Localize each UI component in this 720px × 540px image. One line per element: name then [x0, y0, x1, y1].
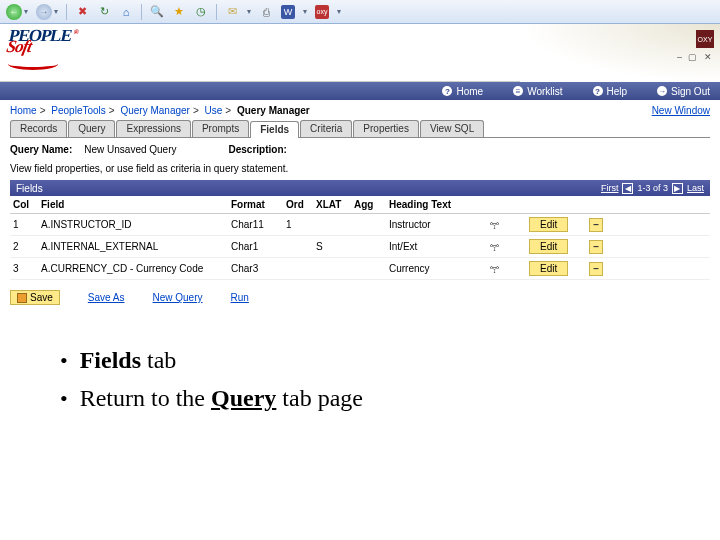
query-meta-row: Query Name: New Unsaved Query Descriptio…	[10, 138, 710, 161]
query-name-label: Query Name:	[10, 144, 72, 155]
tab-prompts[interactable]: Prompts	[192, 120, 249, 137]
grid-title: Fields	[16, 183, 43, 194]
save-button[interactable]: Save	[10, 290, 60, 305]
edit-button[interactable]: Edit	[529, 239, 568, 254]
edit-button[interactable]: Edit	[529, 261, 568, 276]
cell-col: 3	[10, 263, 38, 274]
col-head-xlat: XLAT	[313, 199, 351, 210]
crumb-current: Query Manager	[237, 105, 310, 116]
bullet-item: Return to the Query tab page	[60, 379, 690, 417]
cell-ord: 1	[283, 219, 313, 230]
stop-icon[interactable]: ✖	[75, 5, 89, 19]
table-row: 2 A.INTERNAL_EXTERNAL Char1 S Int/Ext 🝖 …	[10, 236, 710, 258]
remove-row-button[interactable]: –	[589, 240, 603, 254]
mail-icon[interactable]: ✉	[225, 5, 239, 19]
table-row: 3 A.CURRENCY_CD - Currency Code Char3 Cu…	[10, 258, 710, 280]
arrow-right-icon: →	[36, 4, 52, 20]
bullet-text: Return to the	[80, 385, 211, 411]
history-icon[interactable]: ◷	[194, 5, 208, 19]
cell-heading: Currency	[386, 263, 486, 274]
arrow-left-icon: ←	[6, 4, 22, 20]
back-button[interactable]: ←▾	[6, 4, 28, 20]
search-icon[interactable]: 🔍	[150, 5, 164, 19]
chevron-down-icon: ▾	[24, 7, 28, 16]
saveas-link[interactable]: Save As	[88, 292, 125, 303]
disk-icon	[17, 293, 27, 303]
action-row: Save Save As New Query Run	[10, 280, 710, 315]
grid-nav-first[interactable]: First	[601, 183, 619, 193]
bullet-dot-icon	[60, 379, 68, 417]
cell-heading: Instructor	[386, 219, 486, 230]
description-label: Description:	[229, 144, 287, 155]
remove-row-button[interactable]: –	[589, 262, 603, 276]
chevron-down-icon: ▾	[303, 7, 307, 16]
cell-format: Char1	[228, 241, 283, 252]
remove-row-button[interactable]: –	[589, 218, 603, 232]
nav-home[interactable]: ?Home	[442, 86, 483, 97]
registered-icon: ®	[73, 30, 78, 35]
tab-properties[interactable]: Properties	[353, 120, 419, 137]
tab-query[interactable]: Query	[68, 120, 115, 137]
crumb-use[interactable]: Use	[205, 105, 223, 116]
col-head-ord: Ord	[283, 199, 313, 210]
cell-field: A.INSTRUCTOR_ID	[38, 219, 228, 230]
cell-format: Char3	[228, 263, 283, 274]
slide-bullets: Fields tab Return to the Query tab page	[0, 315, 720, 418]
worklist-icon: ≡	[513, 86, 523, 96]
refresh-icon[interactable]: ↻	[97, 5, 111, 19]
tab-records[interactable]: Records	[10, 120, 67, 137]
grid-nav-last[interactable]: Last	[687, 183, 704, 193]
word-icon[interactable]: W	[281, 5, 295, 19]
separator	[141, 4, 142, 20]
cell-col: 1	[10, 219, 38, 230]
edit-button[interactable]: Edit	[529, 217, 568, 232]
col-head-heading: Heading Text	[386, 199, 486, 210]
grid-nav-prev[interactable]: ◀	[622, 183, 633, 194]
crumb-querymanager[interactable]: Query Manager	[120, 105, 189, 116]
newquery-link[interactable]: New Query	[153, 292, 203, 303]
tab-criteria[interactable]: Criteria	[300, 120, 352, 137]
col-head-agg: Agg	[351, 199, 386, 210]
nav-label: Help	[607, 86, 628, 97]
forward-button[interactable]: →▾	[36, 4, 58, 20]
print-icon[interactable]: ⎙	[259, 5, 273, 19]
criteria-funnel-icon[interactable]: 🝖	[489, 241, 500, 253]
run-link[interactable]: Run	[231, 292, 249, 303]
crumb-peopletools[interactable]: PeopleTools	[51, 105, 105, 116]
browser-toolbar: ←▾ →▾ ✖ ↻ ⌂ 🔍 ★ ◷ ✉▾ ⎙ W▾ oxy▾	[0, 0, 720, 24]
criteria-funnel-icon[interactable]: 🝖	[489, 263, 500, 275]
col-head-format: Format	[228, 199, 283, 210]
home-icon[interactable]: ⌂	[119, 5, 133, 19]
favorites-icon[interactable]: ★	[172, 5, 186, 19]
bullet-dot-icon	[60, 341, 68, 379]
chevron-down-icon: ▾	[247, 7, 251, 16]
nav-worklist[interactable]: ≡Worklist	[513, 86, 562, 97]
signout-icon: →	[657, 86, 667, 96]
bullet-item: Fields tab	[60, 341, 690, 379]
breadcrumb: Home> PeopleTools> Query Manager> Use> Q…	[10, 105, 310, 116]
tab-fields[interactable]: Fields	[250, 121, 299, 138]
bullet-text: tab	[141, 347, 176, 373]
grid-nav-range: 1-3 of 3	[637, 183, 668, 193]
grid-nav-next[interactable]: ▶	[672, 183, 683, 194]
nav-help[interactable]: ?Help	[593, 86, 628, 97]
grid-titlebar: Fields First ◀ 1-3 of 3 ▶ Last	[10, 180, 710, 196]
oxy-icon[interactable]: oxy	[315, 5, 329, 19]
nav-signout[interactable]: →Sign Out	[657, 86, 710, 97]
new-window-link[interactable]: New Window	[652, 105, 710, 116]
col-head-field: Field	[38, 199, 228, 210]
bullet-text: tab page	[276, 385, 363, 411]
tab-expressions[interactable]: Expressions	[116, 120, 190, 137]
crumb-home[interactable]: Home	[10, 105, 37, 116]
nav-label: Home	[456, 86, 483, 97]
peoplesoft-logo: PEOPLE Soft®	[6, 30, 73, 52]
criteria-funnel-icon[interactable]: 🝖	[489, 219, 500, 231]
bullet-bold: Query	[211, 385, 276, 411]
chevron-down-icon: ▾	[54, 7, 58, 16]
window-controls[interactable]: – ▢ ✕	[677, 52, 714, 62]
tab-viewsql[interactable]: View SQL	[420, 120, 484, 137]
chevron-down-icon: ▾	[337, 7, 341, 16]
home-nav-icon: ?	[442, 86, 452, 96]
cell-col: 2	[10, 241, 38, 252]
grid-nav: First ◀ 1-3 of 3 ▶ Last	[601, 183, 704, 194]
